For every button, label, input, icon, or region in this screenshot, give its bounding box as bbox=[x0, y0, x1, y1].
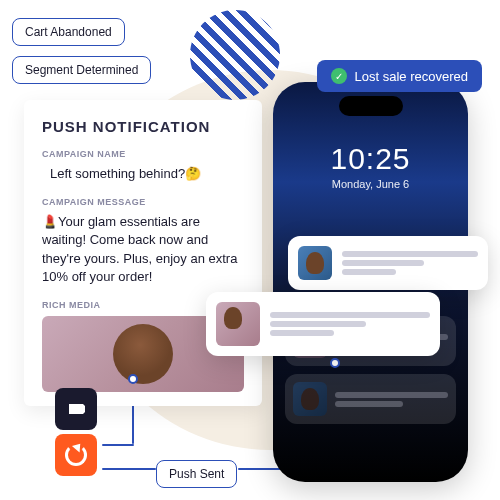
campaign-name-value[interactable]: Left something behind?🤔 bbox=[42, 165, 244, 183]
connector-line bbox=[102, 468, 156, 470]
campaign-message-value[interactable]: 💄Your glam essentials are waiting! Come … bbox=[42, 213, 244, 286]
notification-thumb bbox=[298, 246, 332, 280]
notification-float-2[interactable] bbox=[206, 292, 440, 356]
cart-abandoned-chip: Cart Abandoned bbox=[12, 18, 125, 46]
push-notification-card: PUSH NOTIFICATION CAMPAIGN NAME Left som… bbox=[24, 100, 262, 406]
notification-text-placeholder bbox=[342, 248, 478, 278]
card-title: PUSH NOTIFICATION bbox=[42, 118, 244, 135]
check-icon: ✓ bbox=[331, 68, 347, 84]
notification-thumb bbox=[216, 302, 260, 346]
connector-dot bbox=[330, 358, 340, 368]
refresh-icon bbox=[65, 444, 87, 466]
notification-dimmed bbox=[285, 374, 456, 424]
lost-sale-recovered-badge: ✓ Lost sale recovered bbox=[317, 60, 482, 92]
lost-sale-label: Lost sale recovered bbox=[355, 69, 468, 84]
campaign-message-label: CAMPAIGN MESSAGE bbox=[42, 197, 244, 207]
lock-screen-date: Monday, June 6 bbox=[283, 178, 458, 190]
striped-circle-decoration bbox=[190, 10, 280, 100]
notification-thumb bbox=[293, 382, 327, 416]
campaign-name-label: CAMPAIGN NAME bbox=[42, 149, 244, 159]
flag-icon bbox=[67, 403, 85, 415]
lock-screen-time: 10:25 bbox=[283, 142, 458, 176]
person-image bbox=[113, 324, 173, 384]
push-sent-chip: Push Sent bbox=[156, 460, 237, 488]
notification-text-placeholder bbox=[270, 309, 430, 339]
klaviyo-app-icon[interactable] bbox=[55, 388, 97, 430]
notification-float-1[interactable] bbox=[288, 236, 488, 290]
segment-determined-chip: Segment Determined bbox=[12, 56, 151, 84]
connector-line bbox=[102, 444, 134, 446]
refresh-app-icon[interactable] bbox=[55, 434, 97, 476]
dynamic-island bbox=[339, 96, 403, 116]
connector-dot bbox=[128, 374, 138, 384]
